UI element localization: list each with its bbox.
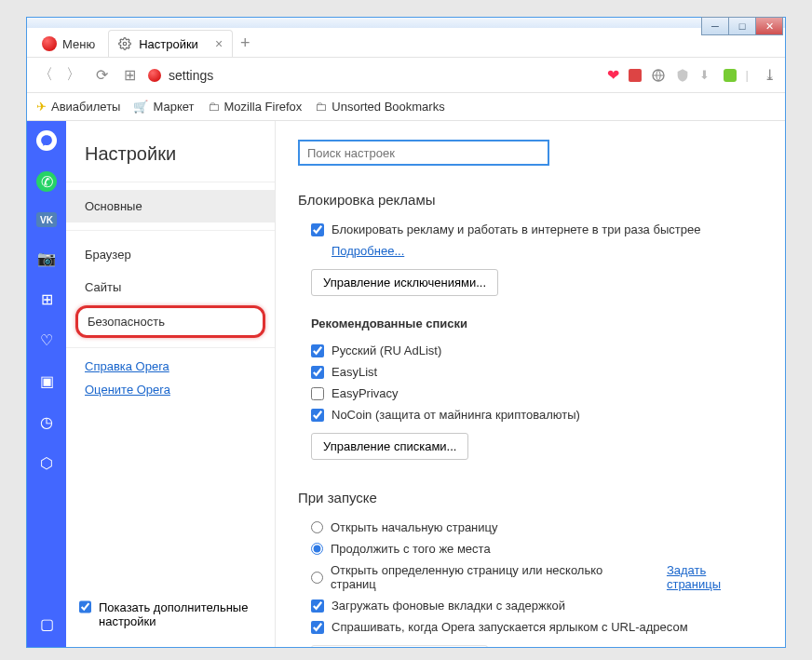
sidebar-item-browser[interactable]: Браузер xyxy=(66,238,275,271)
bookmark-market[interactable]: 🛒Маркет xyxy=(133,100,194,114)
opera-menu-button[interactable]: O Меню xyxy=(33,31,104,57)
ask-shortcut-checkbox[interactable] xyxy=(311,621,324,634)
advanced-toggle[interactable]: Показать дополнительные настройки xyxy=(66,589,275,647)
bookmark-avia[interactable]: ✈Авиабилеты xyxy=(36,100,120,114)
window-titlebar: ─ □ ✕ xyxy=(27,17,785,28)
page-title: Настройки xyxy=(66,143,275,182)
tab-strip: O Меню Настройки × + xyxy=(27,28,785,58)
back-button[interactable]: 〈 xyxy=(36,66,55,85)
menu-label: Меню xyxy=(62,37,95,51)
whatsapp-icon[interactable]: ✆ xyxy=(36,171,57,192)
rate-link[interactable]: Оцените Opera xyxy=(85,383,256,397)
extension-icon[interactable] xyxy=(651,68,666,83)
side-rail: ✆ VK 📷 ⊞ ♡ ▣ ◷ ⬡ ▢ xyxy=(27,121,66,647)
set-pages-link[interactable]: Задать страницы xyxy=(667,563,763,591)
svg-point-0 xyxy=(123,42,127,46)
window-controls: ─ □ ✕ xyxy=(702,17,783,35)
address-bar: 〈 〉 ⟳ ⊞ O ❤ ⬇ | ⤓ xyxy=(27,58,785,93)
camera-icon[interactable]: 📷 xyxy=(36,248,57,268)
manage-lists-button[interactable]: Управление списками... xyxy=(311,433,468,460)
settings-sidebar: Настройки Основные Браузер Сайты Безопас… xyxy=(66,121,276,647)
list-easylist-checkbox[interactable] xyxy=(311,366,324,379)
list-easyprivacy-checkbox[interactable] xyxy=(311,387,324,400)
sidebar-toggle-icon[interactable]: ▢ xyxy=(36,613,57,634)
advanced-checkbox[interactable] xyxy=(79,600,91,613)
startup-specific-radio[interactable] xyxy=(311,572,323,584)
advanced-label: Показать дополнительные настройки xyxy=(99,600,262,628)
adblock-enable-label: Блокировать рекламу и работать в интерне… xyxy=(332,222,700,236)
heart-icon[interactable]: ❤ xyxy=(607,66,619,84)
manage-exceptions-button[interactable]: Управление исключениями... xyxy=(311,269,498,296)
startup-manage-exceptions-button[interactable]: Управление исключениями xyxy=(311,645,488,647)
browser-window: ─ □ ✕ O Меню Настройки × + 〈 〉 ⟳ ⊞ O ❤ ⬇ xyxy=(26,17,786,648)
speeddial-icon[interactable]: ⊞ xyxy=(120,66,139,85)
new-tab-button[interactable]: + xyxy=(233,30,258,57)
lists-heading: Рекомендованные списки xyxy=(298,317,763,330)
sidebar-item-basic[interactable]: Основные xyxy=(66,190,275,222)
package-icon[interactable]: ⬡ xyxy=(36,452,57,473)
tab-title: Настройки xyxy=(139,37,198,51)
startup-openstart-radio[interactable] xyxy=(311,521,323,533)
settings-main: Блокировка рекламы Блокировать рекламу и… xyxy=(276,121,785,647)
startup-heading: При запуске xyxy=(298,490,763,505)
heart-outline-icon[interactable]: ♡ xyxy=(36,330,57,350)
bookmarks-bar: ✈Авиабилеты 🛒Маркет 🗀Mozilla Firefox 🗀Un… xyxy=(27,93,785,121)
list-ru-checkbox[interactable] xyxy=(311,344,324,357)
adblock-heading: Блокировка рекламы xyxy=(298,192,763,208)
opera-logo-icon: O xyxy=(42,36,57,51)
list-nocoin-checkbox[interactable] xyxy=(311,409,324,422)
adblock-more-link[interactable]: Подробнее... xyxy=(332,244,404,258)
clock-icon[interactable]: ◷ xyxy=(36,411,57,432)
bookmark-firefox[interactable]: 🗀Mozilla Firefox xyxy=(208,100,303,114)
help-link[interactable]: Справка Opera xyxy=(85,359,256,373)
extension-icon[interactable] xyxy=(724,69,737,82)
startup-continue-radio[interactable] xyxy=(311,543,323,555)
forward-button[interactable]: 〉 xyxy=(64,66,83,85)
grid-icon[interactable]: ⊞ xyxy=(36,289,57,309)
reload-button[interactable]: ⟳ xyxy=(92,66,111,85)
close-button[interactable]: ✕ xyxy=(755,17,783,35)
extension-icon[interactable] xyxy=(675,68,690,83)
maximize-button[interactable]: □ xyxy=(728,17,756,35)
search-input[interactable] xyxy=(298,140,549,166)
extension-icon[interactable]: ⬇ xyxy=(699,68,714,83)
adblock-enable-checkbox[interactable] xyxy=(311,223,324,236)
sidebar-item-security[interactable]: Безопасность xyxy=(75,305,265,338)
gear-icon xyxy=(118,37,131,50)
delayed-tabs-checkbox[interactable] xyxy=(311,599,324,613)
bookmark-unsorted[interactable]: 🗀Unsorted Bookmarks xyxy=(315,100,444,114)
vk-icon[interactable]: VK xyxy=(36,212,57,227)
messenger-icon[interactable] xyxy=(36,130,57,151)
tab-close-icon[interactable]: × xyxy=(215,36,223,51)
sidebar-item-sites[interactable]: Сайты xyxy=(66,271,275,303)
address-input[interactable] xyxy=(169,68,600,83)
extension-icon[interactable] xyxy=(629,69,642,82)
opera-logo-icon: O xyxy=(148,69,161,82)
news-icon[interactable]: ▣ xyxy=(36,370,57,391)
downloads-icon[interactable]: ⤓ xyxy=(764,66,776,84)
tab-settings[interactable]: Настройки × xyxy=(108,30,233,57)
minimize-button[interactable]: ─ xyxy=(701,17,729,35)
